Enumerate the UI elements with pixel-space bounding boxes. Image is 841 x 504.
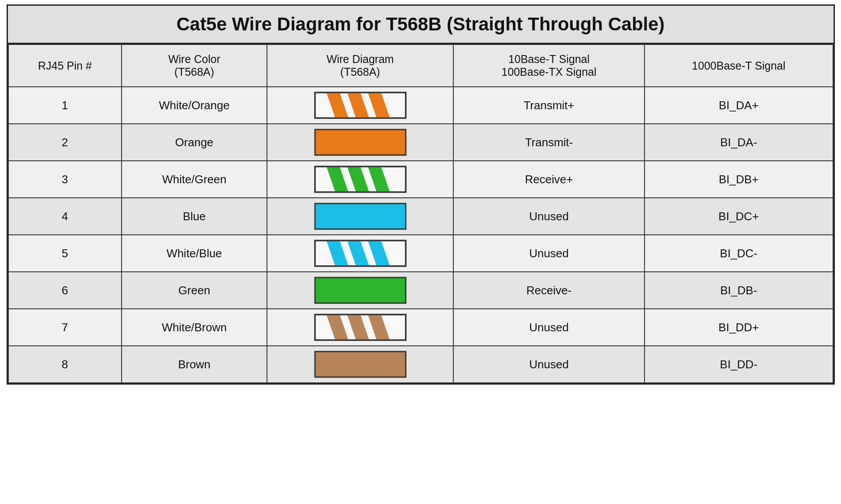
table-row: 5White/Blue UnusedBI_DC- xyxy=(8,235,833,272)
cell-pin: 2 xyxy=(8,124,122,161)
cell-diagram xyxy=(267,235,453,272)
diagram-wrapper: Cat5e Wire Diagram for T568B (Straight T… xyxy=(7,4,835,385)
cell-signal-1000: BI_DA+ xyxy=(645,87,833,124)
table-row: 7White/Brown UnusedBI_DD+ xyxy=(8,309,833,346)
cell-color: White/Green xyxy=(122,161,267,198)
cell-diagram xyxy=(267,346,453,383)
wire-diagram-svg xyxy=(314,240,407,267)
cell-signal-10-100: Transmit- xyxy=(453,124,645,161)
wire-diagram-svg xyxy=(314,314,407,341)
cell-signal-10-100: Receive- xyxy=(453,272,645,309)
cell-diagram xyxy=(267,198,453,235)
cell-color: White/Blue xyxy=(122,235,267,272)
wire-diagram-svg xyxy=(314,92,407,119)
cell-signal-10-100: Unused xyxy=(453,198,645,235)
table-row: 3White/Green Receive+BI_DB+ xyxy=(8,161,833,198)
wire-diagram-svg xyxy=(314,203,407,230)
cell-diagram xyxy=(267,87,453,124)
wire-diagram-svg xyxy=(314,129,407,156)
header-color: Wire Color(T568A) xyxy=(122,44,267,87)
svg-rect-6 xyxy=(315,130,406,155)
cell-color: Green xyxy=(122,272,267,309)
cell-signal-1000: BI_DC- xyxy=(645,235,833,272)
cell-signal-10-100: Transmit+ xyxy=(453,87,645,124)
header-diagram: Wire Diagram(T568A) xyxy=(267,44,453,87)
cell-signal-10-100: Unused xyxy=(453,235,645,272)
svg-rect-20 xyxy=(315,278,406,303)
cell-color: White/Orange xyxy=(122,87,267,124)
cell-color: White/Brown xyxy=(122,309,267,346)
table-row: 4Blue UnusedBI_DC+ xyxy=(8,198,833,235)
header-signal-10-100: 10Base-T Signal100Base-TX Signal xyxy=(453,44,645,87)
cell-signal-1000: BI_DB- xyxy=(645,272,833,309)
wire-diagram-svg xyxy=(314,166,407,193)
cell-pin: 3 xyxy=(8,161,122,198)
cell-pin: 4 xyxy=(8,198,122,235)
table-row: 1White/Orange Transmit+BI_DA+ xyxy=(8,87,833,124)
cell-diagram xyxy=(267,272,453,309)
cell-pin: 8 xyxy=(8,346,122,383)
cell-signal-10-100: Receive+ xyxy=(453,161,645,198)
cell-color: Brown xyxy=(122,346,267,383)
wire-diagram-svg xyxy=(314,351,407,378)
cell-signal-10-100: Unused xyxy=(453,346,645,383)
cell-color: Orange xyxy=(122,124,267,161)
cell-pin: 7 xyxy=(8,309,122,346)
cell-pin: 5 xyxy=(8,235,122,272)
cell-signal-10-100: Unused xyxy=(453,309,645,346)
cell-pin: 6 xyxy=(8,272,122,309)
cell-signal-1000: BI_DB+ xyxy=(645,161,833,198)
header-signal-1000: 1000Base-T Signal xyxy=(645,44,833,87)
svg-rect-27 xyxy=(315,352,406,377)
wire-diagram-svg xyxy=(314,277,407,304)
cell-signal-1000: BI_DC+ xyxy=(645,198,833,235)
cell-signal-1000: BI_DA- xyxy=(645,124,833,161)
cell-color: Blue xyxy=(122,198,267,235)
cell-signal-1000: BI_DD- xyxy=(645,346,833,383)
table-row: 2Orange Transmit-BI_DA- xyxy=(8,124,833,161)
diagram-title: Cat5e Wire Diagram for T568B (Straight T… xyxy=(8,6,834,44)
cell-diagram xyxy=(267,309,453,346)
cell-pin: 1 xyxy=(8,87,122,124)
table-row: 6Green Receive-BI_DB- xyxy=(8,272,833,309)
svg-rect-13 xyxy=(315,204,406,229)
cell-diagram xyxy=(267,161,453,198)
cell-signal-1000: BI_DD+ xyxy=(645,309,833,346)
cell-diagram xyxy=(267,124,453,161)
header-pin: RJ45 Pin # xyxy=(8,44,122,87)
main-table: RJ45 Pin # Wire Color(T568A) Wire Diagra… xyxy=(8,44,834,383)
table-header-row: RJ45 Pin # Wire Color(T568A) Wire Diagra… xyxy=(8,44,833,87)
table-row: 8Brown UnusedBI_DD- xyxy=(8,346,833,383)
